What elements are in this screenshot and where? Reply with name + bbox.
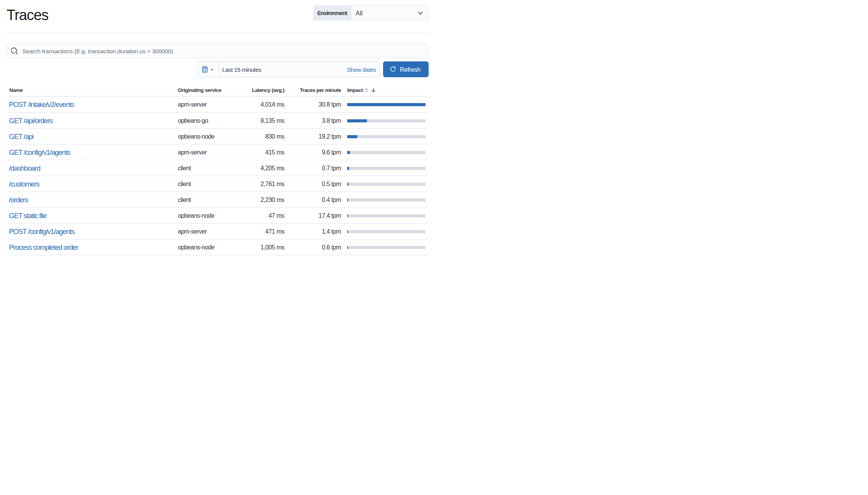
svg-text:?: ? bbox=[365, 89, 367, 91]
